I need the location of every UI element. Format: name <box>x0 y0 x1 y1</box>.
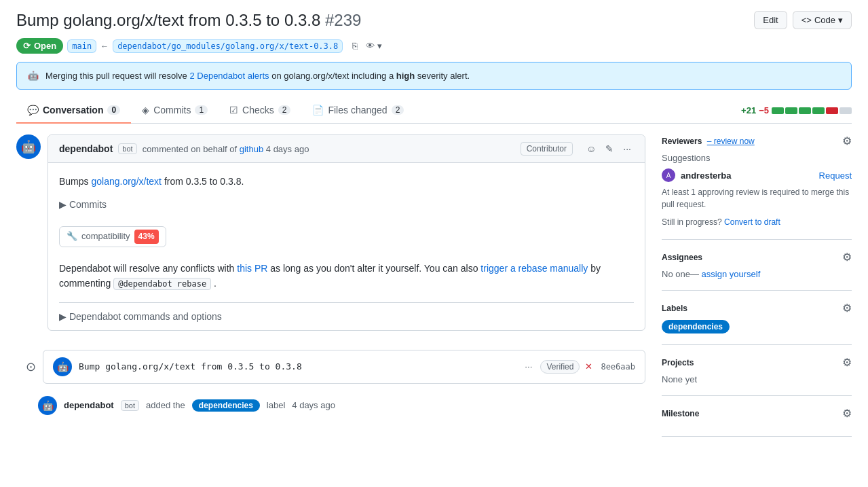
commit-avatar: 🤖 <box>53 357 72 376</box>
commit-fail-icon: ✕ <box>585 361 592 372</box>
review-requirement-note: At least 1 approving review is required … <box>662 186 852 211</box>
tab-checks[interactable]: ☑ Checks 2 <box>219 98 301 124</box>
comment-body: Bumps golang.org/x/text from 0.3.5 to 0.… <box>48 163 645 302</box>
reviewer-row: A andresterba Request <box>662 168 852 182</box>
milestone-header: Milestone ⚙ <box>662 407 852 420</box>
chevron-down-icon: ▾ <box>838 15 843 25</box>
comment-org-link[interactable]: github <box>240 144 263 154</box>
watch-button[interactable]: 👁 ▾ <box>363 39 385 52</box>
code-icon: <> <box>801 15 812 25</box>
rebase-code: @dependabot rebase <box>113 278 211 290</box>
conversation-area: 🤖 dependabot bot commented on behalf of … <box>16 134 645 437</box>
commit-actions: ··· Verified ✕ 8ee6aab <box>522 360 635 374</box>
branch-bar: ⟳ Open main ← dependabot/go_modules/gola… <box>0 35 868 62</box>
edit-button[interactable]: Edit <box>754 11 787 29</box>
projects-section: Projects ⚙ None yet <box>662 345 852 396</box>
verified-badge: Verified <box>540 360 580 374</box>
branch-copy-actions: ⎘ 👁 ▾ <box>350 39 385 52</box>
this-pr-link[interactable]: this PR <box>237 263 267 274</box>
reviewers-gear-icon[interactable]: ⚙ <box>842 134 852 147</box>
label-event-avatar: 🤖 <box>38 396 57 415</box>
sidebar: Reviewers – review now ⚙ Suggestions A a… <box>662 134 852 437</box>
more-options-button[interactable]: ··· <box>620 142 634 156</box>
assign-yourself-link[interactable]: assign yourself <box>702 269 761 279</box>
tabs-bar: 💬 Conversation 0 ◈ Commits 1 ☑ Checks 2 … <box>16 98 852 124</box>
dependabot-avatar: 🤖 <box>16 134 41 159</box>
milestone-gear-icon[interactable]: ⚙ <box>842 407 852 420</box>
dependabot-icon: 🤖 <box>28 71 39 81</box>
projects-gear-icon[interactable]: ⚙ <box>842 356 852 369</box>
assignees-header: Assignees ⚙ <box>662 251 852 264</box>
comment-thread: dependabot bot commented on behalf of gi… <box>48 134 645 331</box>
header-actions: Edit <> Code ▾ <box>754 11 852 29</box>
label-event-row: 🤖 dependabot bot added the dependencies … <box>16 392 645 419</box>
conversation-icon: 💬 <box>27 105 39 115</box>
open-badge: ⟳ Open <box>16 38 63 54</box>
files-icon: 📄 <box>312 105 324 115</box>
request-review-link[interactable]: Request <box>819 170 852 181</box>
contributor-badge: Contributor <box>521 142 573 156</box>
label-tag: dependencies <box>192 399 260 412</box>
checks-icon: ☑ <box>229 105 238 115</box>
diff-block-5 <box>826 107 838 114</box>
merge-icon: ⟳ <box>23 41 31 51</box>
diff-block-1 <box>772 107 784 114</box>
dependabot-alert-banner: 🤖 Merging this pull request will resolve… <box>16 62 852 90</box>
tab-conversation[interactable]: 💬 Conversation 0 <box>16 98 131 124</box>
tab-commits[interactable]: ◈ Commits 1 <box>131 98 219 124</box>
diff-block-3 <box>799 107 811 114</box>
dependabot-comment-outer: 🤖 dependabot bot commented on behalf of … <box>16 134 645 342</box>
compat-badge: 🔧 compatibility 43% <box>59 226 166 247</box>
review-now-link[interactable]: – review now <box>707 137 755 146</box>
comment-header: dependabot bot commented on behalf of gi… <box>48 135 645 163</box>
convert-to-draft-link[interactable]: Convert to draft <box>724 217 780 227</box>
merge-dot-icon: ⊙ <box>26 359 36 374</box>
compat-icon: 🔧 <box>67 230 77 244</box>
trigger-rebase-link[interactable]: trigger a rebase manually <box>480 263 588 274</box>
golang-text-link[interactable]: golang.org/x/text <box>91 176 162 187</box>
code-button[interactable]: <> Code ▾ <box>793 11 852 29</box>
edit-comment-button[interactable]: ✎ <box>603 142 616 156</box>
arrow-left-icon: ← <box>100 41 109 51</box>
commit-hash: 8ee6aab <box>601 362 635 372</box>
commit-more-button[interactable]: ··· <box>522 360 535 373</box>
comment-action-buttons: ☺ ✎ ··· <box>584 142 634 156</box>
labels-header: Labels ⚙ <box>662 302 852 314</box>
milestone-section: Milestone ⚙ <box>662 396 852 437</box>
page-title: Bump golang.org/x/text from 0.3.5 to 0.3… <box>16 11 361 30</box>
reviewers-header: Reviewers – review now ⚙ <box>662 134 852 147</box>
diff-stat: +21 −5 <box>741 105 852 115</box>
suggestions-label: Suggestions <box>662 153 852 163</box>
assignees-section: Assignees ⚙ No one— assign yourself <box>662 240 852 291</box>
projects-header: Projects ⚙ <box>662 356 852 369</box>
diff-block-2 <box>785 107 797 114</box>
commits-icon: ◈ <box>142 105 149 115</box>
base-branch[interactable]: main <box>67 39 96 53</box>
dependencies-label-pill: dependencies <box>662 320 730 333</box>
dependabot-alerts-link[interactable]: 2 Dependabot alerts <box>189 71 269 81</box>
reviewers-section: Reviewers – review now ⚙ Suggestions A a… <box>662 134 852 240</box>
diff-block-4 <box>812 107 825 114</box>
main-content: 🤖 dependabot bot commented on behalf of … <box>0 124 868 448</box>
assignees-gear-icon[interactable]: ⚙ <box>842 251 852 264</box>
labels-gear-icon[interactable]: ⚙ <box>842 302 852 314</box>
copy-branch-button[interactable]: ⎘ <box>350 39 360 52</box>
reviewer-avatar: A <box>662 168 675 182</box>
diff-block-6 <box>839 107 852 114</box>
tab-files-changed[interactable]: 📄 Files changed 2 <box>301 98 415 124</box>
projects-text: None yet <box>662 374 852 384</box>
commits-toggle[interactable]: ▶ Commits <box>59 197 634 212</box>
commit-row: 🤖 Bump golang.org/x/text from 0.3.5 to 0… <box>43 350 645 384</box>
head-branch[interactable]: dependabot/go_modules/golang.org/x/text-… <box>113 39 343 53</box>
diff-blocks <box>772 107 852 114</box>
assignees-text: No one— assign yourself <box>662 269 852 279</box>
dependabot-commands-toggle[interactable]: ▶ Dependabot commands and options <box>48 303 645 330</box>
emoji-reaction-button[interactable]: ☺ <box>584 142 599 156</box>
labels-section: Labels ⚙ dependencies <box>662 291 852 345</box>
commit-message: Bump golang.org/x/text from 0.3.5 to 0.3… <box>79 361 302 372</box>
